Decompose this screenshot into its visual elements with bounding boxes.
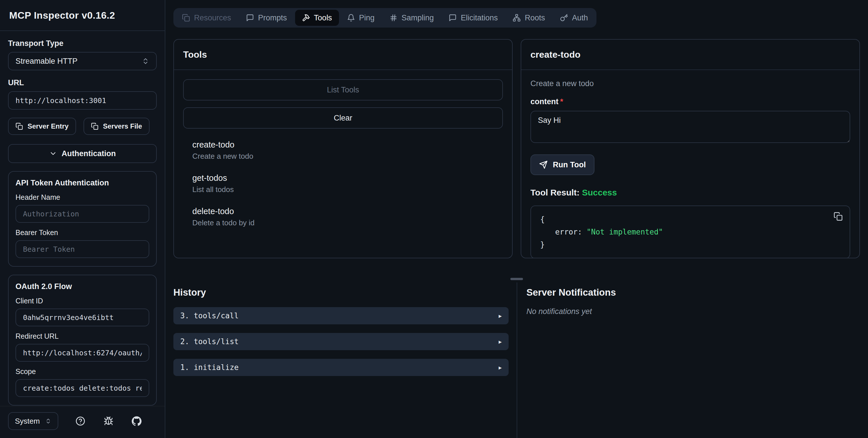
run-tool-button[interactable]: Run Tool (530, 154, 594, 175)
top-pane: Tools List Tools Clear create-todo Creat… (165, 28, 868, 258)
server-notifications-title: Server Notifications (526, 287, 859, 298)
sidebar: MCP Inspector v0.16.2 Transport Type Str… (0, 0, 165, 438)
theme-value: System (15, 417, 40, 426)
help-icon (75, 416, 85, 426)
history-item[interactable]: 2. tools/list ▶ (174, 333, 508, 350)
list-tools-button[interactable]: List Tools (183, 79, 503, 100)
url-label: URL (8, 79, 157, 87)
transport-type-value: Streamable HTTP (16, 57, 78, 66)
copy-icon (834, 212, 843, 221)
client-id-input[interactable] (16, 309, 149, 326)
notifications-empty-text: No notifications yet (526, 307, 859, 316)
code-line: { (540, 213, 840, 226)
app-window: MCP Inspector v0.16.2 Transport Type Str… (0, 0, 868, 438)
splitter-handle-icon (510, 278, 523, 280)
history-item[interactable]: 1. initialize ▶ (174, 359, 508, 376)
message-icon (246, 14, 254, 22)
tool-list-item[interactable]: create-todo Create a new todo (183, 140, 503, 161)
tab-auth[interactable]: Auth (553, 10, 595, 26)
expand-icon: ▶ (499, 313, 502, 319)
transport-type-label: Transport Type (8, 39, 157, 48)
tools-panel: Tools List Tools Clear create-todo Creat… (174, 39, 513, 258)
clear-tools-button[interactable]: Clear (183, 107, 503, 129)
tool-result-code: { error: "Not implemented" } (530, 206, 850, 258)
tool-list-item[interactable]: get-todos List all todos (183, 174, 503, 194)
authentication-toggle[interactable]: Authentication (8, 144, 157, 163)
expand-icon: ▶ (499, 339, 502, 345)
app-title: MCP Inspector v0.16.2 (0, 0, 165, 31)
footer-icons (75, 416, 142, 426)
code-key: error: (555, 228, 582, 236)
chevrons-up-down-icon (142, 57, 149, 65)
scope-input[interactable] (16, 379, 149, 397)
transport-type-select[interactable]: Streamable HTTP (8, 52, 157, 70)
client-id-label: Client ID (16, 297, 149, 305)
copy-icon (91, 123, 98, 130)
tab-tools[interactable]: Tools (295, 10, 339, 26)
network-icon (513, 14, 521, 22)
api-token-auth-title: API Token Authentication (16, 179, 149, 187)
horizontal-splitter[interactable] (165, 276, 868, 282)
server-notifications-panel: Server Notifications No notifications ye… (517, 282, 868, 438)
tool-list: create-todo Create a new todo get-todos … (183, 140, 503, 227)
main-area: Resources Prompts Tools Ping Sampling (165, 0, 868, 438)
tabbar: Resources Prompts Tools Ping Sampling (174, 8, 596, 28)
redirect-url-input[interactable] (16, 344, 149, 362)
redirect-url-label: Redirect URL (16, 332, 149, 340)
tool-list-item[interactable]: delete-todo Delete a todo by id (183, 207, 503, 227)
theme-select[interactable]: System (8, 412, 58, 430)
tab-elicitations[interactable]: Elicitations (442, 10, 505, 26)
history-list: 3. tools/call ▶ 2. tools/list ▶ 1. initi… (174, 307, 508, 376)
oauth-flow-title: OAuth 2.0 Flow (16, 282, 149, 291)
oauth-flow-section: OAuth 2.0 Flow Client ID Redirect URL Sc… (8, 275, 157, 406)
files-icon (182, 14, 190, 22)
tab-prompts[interactable]: Prompts (239, 10, 294, 26)
hash-icon (390, 14, 398, 22)
bearer-token-input[interactable] (16, 240, 149, 258)
copy-icon (16, 123, 23, 130)
sidebar-content: Transport Type Streamable HTTP URL Serve… (0, 31, 165, 406)
bearer-token-label: Bearer Token (16, 228, 149, 237)
github-button[interactable] (132, 416, 142, 426)
param-content-label: content* (530, 97, 850, 106)
api-token-auth-section: API Token Authentication Header Name Bea… (8, 171, 157, 267)
code-string: "Not implemented" (587, 228, 663, 236)
tools-panel-body: List Tools Clear create-todo Create a ne… (174, 70, 512, 258)
key-icon (560, 14, 568, 22)
chevrons-up-down-icon (45, 418, 51, 424)
help-button[interactable] (75, 416, 85, 426)
tool-detail-description: Create a new todo (530, 79, 850, 88)
tools-panel-title: Tools (174, 40, 512, 70)
param-content-input[interactable]: Say Hi (530, 111, 850, 143)
url-input[interactable] (8, 91, 157, 110)
copy-buttons-row: Server Entry Servers File (8, 118, 157, 135)
bell-icon (347, 14, 355, 22)
tab-resources: Resources (175, 10, 238, 26)
server-entry-button[interactable]: Server Entry (8, 118, 76, 135)
history-panel: History 3. tools/call ▶ 2. tools/list ▶ … (165, 282, 517, 438)
tool-detail-title: create-todo (521, 40, 859, 70)
tool-result-line: Tool Result: Success (530, 188, 850, 197)
copy-result-button[interactable] (834, 212, 843, 221)
tab-roots[interactable]: Roots (506, 10, 552, 26)
message-icon (448, 14, 457, 22)
chevron-down-icon (49, 150, 57, 158)
hammer-icon (302, 14, 310, 22)
code-line: error: "Not implemented" (540, 226, 840, 238)
tabbar-row: Resources Prompts Tools Ping Sampling (165, 0, 868, 28)
github-icon (132, 416, 142, 426)
servers-file-button[interactable]: Servers File (84, 118, 150, 135)
tool-detail-panel: create-todo Create a new todo content* S… (521, 39, 860, 258)
debug-button[interactable] (104, 416, 113, 426)
sidebar-footer: System (0, 406, 165, 438)
tab-ping[interactable]: Ping (340, 10, 381, 26)
bug-icon (104, 416, 113, 426)
history-title: History (174, 287, 508, 298)
header-name-input[interactable] (16, 205, 149, 223)
header-name-label: Header Name (16, 193, 149, 201)
history-item[interactable]: 3. tools/call ▶ (174, 307, 508, 324)
tab-sampling[interactable]: Sampling (383, 10, 441, 26)
send-icon (539, 160, 548, 169)
bottom-pane: History 3. tools/call ▶ 2. tools/list ▶ … (165, 282, 868, 438)
scope-label: Scope (16, 367, 149, 376)
